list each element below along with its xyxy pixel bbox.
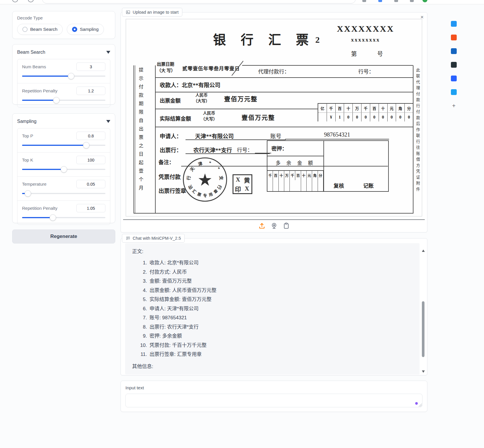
- draft-serial-small: xxxxxxxx: [318, 37, 413, 43]
- draft-sign-label: 出票行签章: [159, 187, 186, 194]
- top-p-param: Top P 0.8: [17, 128, 110, 152]
- chat-list-item: 账号: 987654321: [148, 313, 417, 322]
- chat-scrollbar[interactable]: [421, 250, 425, 373]
- top-p-value[interactable]: 0.8: [76, 132, 105, 140]
- extension-icon-2[interactable]: [378, 0, 382, 2]
- surplus-header-cell: 千: [290, 171, 295, 180]
- digit-header-cell: 角: [396, 104, 405, 112]
- sampling-repetition-penalty-value[interactable]: 1.05: [76, 204, 105, 212]
- sampling-repetition-penalty-label: Repetition Penalty: [22, 206, 57, 211]
- sampling-accordion: Sampling Top P 0.8 Top K 100 Temperature: [12, 113, 115, 223]
- top-k-slider[interactable]: [22, 166, 105, 173]
- bookmark-icon-1[interactable]: [451, 21, 457, 27]
- digit-value-cell: 1: [336, 113, 344, 121]
- num-beams-value[interactable]: 3: [76, 62, 105, 71]
- webcam-icon[interactable]: [271, 222, 278, 229]
- star-icon: ★: [197, 172, 213, 189]
- digit-header-cell: 分: [405, 104, 413, 112]
- bookmark-icon-4[interactable]: [451, 62, 457, 68]
- browser-apps-icon[interactable]: [28, 0, 34, 2]
- scroll-down-icon[interactable]: [422, 370, 425, 373]
- slider-knob[interactable]: [50, 214, 56, 221]
- temperature-slider[interactable]: [22, 190, 105, 197]
- digit-header-cell: 亿: [318, 104, 327, 112]
- slider-knob[interactable]: [68, 73, 74, 79]
- bookmark-icon-6[interactable]: [451, 89, 457, 95]
- draft-review-label: 复核: [334, 182, 344, 189]
- record-indicator-icon[interactable]: [415, 402, 418, 405]
- beam-repetition-penalty-value[interactable]: 1.2: [76, 87, 105, 95]
- upload-icon[interactable]: [258, 222, 265, 229]
- image-upload-panel: Upload an image to start × XXXXXXXX xxxx…: [120, 12, 427, 232]
- slider-knob[interactable]: [83, 142, 89, 148]
- chevron-down-icon: [106, 51, 110, 54]
- radio-beam-search-label: Beam Search: [30, 27, 57, 32]
- address-bar[interactable]: [42, 0, 356, 3]
- chat-list-item: 凭票付款: 千百十万千元整: [148, 341, 417, 350]
- slider-knob[interactable]: [25, 190, 31, 197]
- scrollbar-thumb[interactable]: [422, 301, 424, 357]
- chevron-down-icon: [106, 120, 110, 123]
- draft-account-label: 账号: [270, 132, 281, 140]
- bookmark-icon-2[interactable]: [451, 35, 457, 40]
- input-textbox[interactable]: [125, 394, 422, 407]
- digit-value-cell: 0: [353, 113, 361, 121]
- surplus-header-cell: 百: [273, 171, 278, 180]
- sampling-accordion-header[interactable]: Sampling: [17, 118, 110, 125]
- beam-repetition-penalty-slider[interactable]: [22, 97, 105, 103]
- chat-list-item: 出票行签章: 汇票专用章: [148, 350, 417, 359]
- chat-bubble-icon: [126, 236, 130, 241]
- image-panel-tab-label: Upload an image to start: [133, 10, 179, 15]
- temperature-param: Temperature 0.05: [17, 176, 110, 200]
- browser-back-icon[interactable]: [12, 0, 18, 2]
- digit-value-cell: 0: [379, 113, 388, 121]
- top-p-slider[interactable]: [22, 142, 105, 148]
- extension-icon-3[interactable]: [394, 0, 398, 2]
- digit-value-cell: ¥: [327, 113, 336, 121]
- extension-icon-4[interactable]: [410, 0, 414, 2]
- draft-rmb-caps: 人民币（大写）: [193, 92, 210, 104]
- bookmarks-strip: +: [448, 21, 460, 109]
- draft-agent-bank-label: 代理付款行：: [258, 67, 289, 75]
- surplus-header-cell: 角: [312, 171, 318, 180]
- regenerate-button[interactable]: Regenerate: [12, 230, 115, 243]
- top-k-label: Top K: [22, 157, 33, 162]
- digit-header-cell: 十: [344, 104, 353, 112]
- chat-extracted-fields: 收款人: 北京*有限公司付款方式: 人民币金额: 壹佰万万元整出票金额: 人民币…: [148, 258, 417, 359]
- slider-knob[interactable]: [53, 97, 60, 103]
- slider-knob[interactable]: [61, 166, 67, 173]
- radio-beam-search[interactable]: Beam Search: [17, 24, 63, 35]
- temperature-value[interactable]: 0.05: [76, 180, 105, 188]
- profile-avatar[interactable]: [422, 0, 427, 2]
- surplus-header-cell: 分: [318, 171, 323, 180]
- draft-date-label: 出票日期 （大 写）: [157, 61, 175, 74]
- top-k-value[interactable]: 100: [76, 156, 105, 164]
- bank-stamp: 农行天津**支行 汇票专用章 ★: [183, 157, 227, 202]
- num-beams-slider[interactable]: [22, 73, 105, 79]
- bookmark-icon-5[interactable]: [451, 76, 457, 81]
- bookmark-icon-3[interactable]: [451, 48, 457, 54]
- scroll-up-icon[interactable]: [422, 250, 425, 252]
- extension-icon-1[interactable]: [362, 0, 366, 2]
- draft-issuer-value: 农行天津**支行: [193, 146, 232, 154]
- beam-search-accordion-header[interactable]: Beam Search: [17, 49, 110, 56]
- chat-list-item: 出票行: 农行天津*支行: [148, 322, 417, 332]
- draft-settle-label: 实际结算金额: [160, 114, 191, 122]
- digit-value-cell: [318, 113, 327, 121]
- decode-type-label: Decode Type: [17, 15, 110, 20]
- input-text-label: Input text: [125, 385, 422, 390]
- add-bookmark-icon[interactable]: +: [452, 103, 456, 109]
- num-beams-param: Num Beams 3: [17, 59, 110, 83]
- radio-sampling[interactable]: Sampling: [67, 24, 104, 35]
- radio-sampling-label: Sampling: [80, 27, 99, 32]
- sampling-repetition-penalty-slider[interactable]: [22, 214, 105, 221]
- digit-header-cell: 元: [388, 104, 396, 112]
- draft-payee: 收款人：北京**有限公司: [160, 81, 220, 89]
- draft-account-value: 987654321: [285, 131, 389, 138]
- sampling-title: Sampling: [17, 119, 37, 124]
- resize-handle[interactable]: [419, 404, 422, 407]
- surplus-header-cell: 百: [295, 171, 301, 180]
- surplus-header-cell: 千: [267, 171, 273, 180]
- paste-icon[interactable]: [283, 222, 290, 229]
- temperature-label: Temperature: [22, 182, 46, 187]
